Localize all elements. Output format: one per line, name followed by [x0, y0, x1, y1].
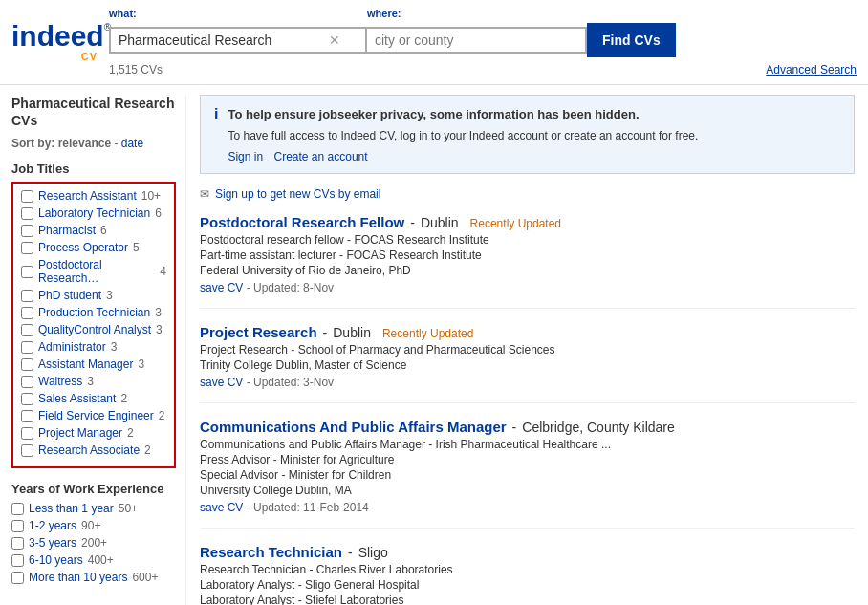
experience-item: 3-5 years 200+ [11, 536, 176, 550]
job-title-checkbox[interactable] [21, 207, 33, 220]
what-input[interactable] [119, 32, 329, 48]
job-title-link[interactable]: QualityControl Analyst [38, 323, 151, 336]
logo-area: indeed® CV [11, 22, 98, 62]
job-title-checkbox[interactable] [21, 393, 33, 405]
job-title-link[interactable]: Field Service Engineer [38, 409, 154, 422]
sort-active: relevance [58, 137, 111, 150]
job-title-checkbox[interactable] [21, 307, 33, 319]
where-input[interactable] [375, 32, 566, 48]
job-title-count: 3 [111, 340, 118, 354]
job-title-checkbox[interactable] [21, 358, 33, 371]
cv-count: 1,515 CVs [109, 63, 163, 76]
job-title-checkbox[interactable] [21, 341, 33, 354]
job-title-item: Process Operator 5 [21, 241, 166, 254]
cv-detail-line: Trinity College Dublin, Master of Scienc… [200, 358, 855, 372]
cv-detail-line: University College Dublin, MA [200, 484, 855, 497]
job-title-count: 3 [156, 323, 163, 336]
job-title-link[interactable]: Research Assistant [38, 189, 137, 203]
clear-icon[interactable]: ✕ [329, 32, 340, 48]
experience-checkbox[interactable] [11, 537, 24, 550]
info-banner: i To help ensure jobseeker privacy, some… [200, 95, 855, 174]
job-title-item: Laboratory Technician 6 [21, 206, 166, 220]
experience-item: Less than 1 year 50+ [11, 502, 176, 515]
job-title-link[interactable]: PhD student [38, 289, 101, 302]
cv-name-link[interactable]: Postdoctoral Research Fellow [200, 214, 404, 230]
job-title-link[interactable]: Assistant Manager [38, 357, 133, 371]
experience-link[interactable]: 1-2 years [29, 519, 76, 532]
save-cv-link[interactable]: save CV [200, 281, 243, 294]
experience-link[interactable]: 3-5 years [29, 536, 76, 550]
cv-name-link[interactable]: Project Research [200, 324, 317, 340]
results-list: Postdoctoral Research Fellow - Dublin Re… [200, 214, 855, 606]
cv-dash: - [323, 325, 328, 340]
job-title-checkbox[interactable] [21, 242, 33, 254]
search-area: what: where: ✕ Find CVs 1,515 CVs Advanc… [109, 8, 857, 76]
info-icon: i [214, 106, 218, 123]
job-title-link[interactable]: Waitress [38, 375, 82, 388]
job-title-count: 6 [100, 224, 107, 237]
job-title-link[interactable]: Research Associate [38, 443, 140, 457]
job-title-link[interactable]: Postdoctoral Research… [38, 258, 155, 285]
experience-item: More than 10 years 600+ [11, 571, 176, 584]
job-title-checkbox[interactable] [21, 376, 33, 388]
sort-line: Sort by: relevance - date [11, 137, 176, 150]
sign-in-link[interactable]: Sign in [228, 150, 263, 163]
experience-link[interactable]: 6-10 years [29, 553, 83, 567]
cv-dash: - [348, 545, 353, 560]
job-title-checkbox[interactable] [21, 290, 33, 302]
cv-detail-line: Communications and Public Affairs Manage… [200, 438, 855, 451]
job-title-checkbox[interactable] [21, 427, 33, 440]
cv-date: - Updated: 8-Nov [247, 281, 334, 294]
save-cv-link[interactable]: save CV [200, 376, 243, 389]
cv-detail-line: Research Technician - Charles River Labo… [200, 563, 855, 576]
experience-link[interactable]: Less than 1 year [29, 502, 114, 515]
advanced-search-link[interactable]: Advanced Search [766, 63, 857, 76]
info-links: Sign in Create an account [228, 150, 698, 163]
search-meta: 1,515 CVs Advanced Search [109, 63, 857, 76]
cv-detail-line: Part-time assistant lecturer - FOCAS Res… [200, 248, 855, 262]
email-signup[interactable]: ✉ Sign up to get new CVs by email [200, 187, 855, 201]
create-account-link[interactable]: Create an account [274, 150, 368, 163]
job-title-link[interactable]: Sales Assistant [38, 392, 116, 405]
job-title-item: Sales Assistant 2 [21, 392, 166, 405]
job-title-link[interactable]: Laboratory Technician [38, 206, 150, 220]
job-title-item: Research Assistant 10+ [21, 189, 166, 203]
cv-location: Dublin [421, 215, 459, 230]
cv-detail-line: Laboratory Analyst - Stiefel Laboratorie… [200, 594, 855, 606]
job-title-count: 6 [155, 206, 162, 220]
cv-name-link[interactable]: Communications And Public Affairs Manage… [200, 419, 507, 435]
job-title-checkbox[interactable] [21, 266, 33, 278]
experience-count: 600+ [132, 571, 158, 584]
job-title-link[interactable]: Project Manager [38, 426, 122, 440]
job-title-link[interactable]: Administrator [38, 340, 106, 354]
job-title-checkbox[interactable] [21, 190, 33, 203]
job-title-link[interactable]: Process Operator [38, 241, 128, 254]
experience-count: 90+ [81, 519, 100, 532]
sort-date-link[interactable]: date [121, 137, 143, 150]
find-cvs-button[interactable]: Find CVs [587, 23, 676, 57]
save-cv-link[interactable]: save CV [200, 501, 243, 514]
experience-checkbox[interactable] [11, 503, 24, 515]
cv-name-link[interactable]: Research Technician [200, 544, 342, 560]
experience-checkbox[interactable] [11, 572, 24, 584]
experience-heading: Years of Work Experience [11, 482, 176, 496]
cv-detail-line: Press Advisor - Minister for Agriculture [200, 453, 855, 466]
experience-link[interactable]: More than 10 years [29, 571, 127, 584]
job-title-count: 2 [120, 392, 127, 405]
job-title-link[interactable]: Production Technician [38, 306, 150, 319]
experience-checkbox[interactable] [11, 554, 24, 567]
job-title-link[interactable]: Pharmacist [38, 224, 96, 237]
job-title-count: 2 [159, 409, 165, 422]
cv-result: Research Technician - Sligo Research Tec… [200, 544, 855, 606]
job-title-item: Field Service Engineer 2 [21, 409, 166, 422]
page-title-area: Pharmaceutical Research CVs [11, 95, 176, 129]
experience-checkbox[interactable] [11, 520, 24, 532]
cv-title-line: Postdoctoral Research Fellow - Dublin Re… [200, 214, 855, 230]
job-title-item: Project Manager 2 [21, 426, 166, 440]
job-title-checkbox[interactable] [21, 225, 33, 237]
job-title-checkbox[interactable] [21, 410, 33, 422]
job-title-item: Administrator 3 [21, 340, 166, 354]
cv-detail-line: Project Research - School of Pharmacy an… [200, 343, 855, 357]
job-title-checkbox[interactable] [21, 444, 33, 457]
job-title-checkbox[interactable] [21, 324, 33, 336]
